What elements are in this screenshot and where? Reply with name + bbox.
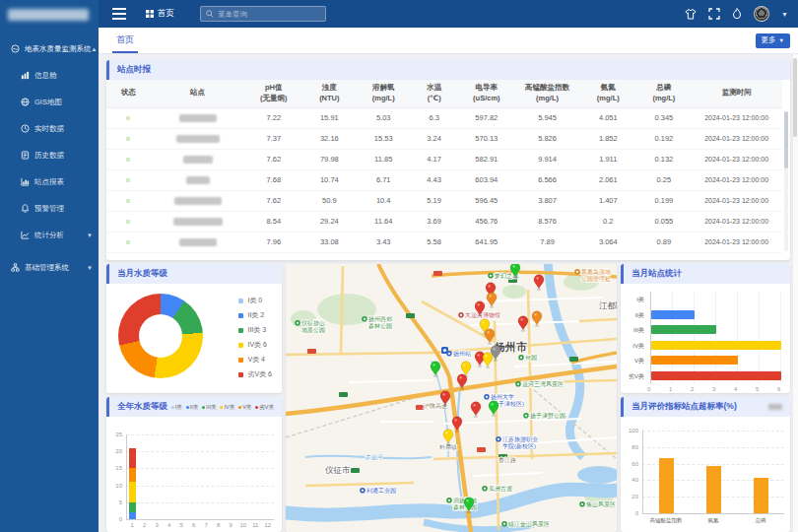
- cell-value: 596.45: [458, 190, 515, 211]
- table-row[interactable]: 7.6250.910.45.19596.453.8071.4070.199202…: [106, 190, 782, 211]
- legend-item[interactable]: II类 2: [238, 310, 272, 320]
- y-tick: 5: [108, 499, 122, 505]
- legend-item[interactable]: V类 4: [238, 355, 272, 365]
- bar[interactable]: [651, 356, 738, 365]
- cell-value: 0.25: [636, 169, 691, 190]
- cell-time: 2024-01-23 12:00:00: [691, 149, 782, 169]
- bar[interactable]: [659, 458, 674, 513]
- legend-item[interactable]: V类: [238, 404, 251, 411]
- panel-yearly-grade: 全年水质等级 I类II类III类IV类V类劣V类 051015202512345…: [106, 397, 282, 532]
- cell-value: 1.407: [579, 190, 636, 211]
- bar[interactable]: [651, 341, 781, 350]
- cell-value: 0.192: [636, 128, 691, 149]
- sidebar-item-history-data[interactable]: 历史数据: [0, 142, 99, 168]
- table-row[interactable]: 8.5429.2411.643.69456.768.5760.20.055202…: [106, 211, 782, 232]
- table-row[interactable]: 7.9633.083.435.58641.957.893.0640.892024…: [106, 232, 782, 252]
- cell-value: 8.54: [245, 211, 302, 232]
- station-table-head: 状态站点pH值(无量纲)浊度(NTU)溶解氧(mg/L)水温(℃)电导率(uS/…: [106, 80, 782, 107]
- x-tick: 0: [647, 386, 650, 392]
- map-label: 利通工业园: [366, 487, 396, 495]
- redacted-link[interactable]: [768, 404, 782, 410]
- legend-item[interactable]: IV类 6: [238, 340, 272, 350]
- cell-time: 2024-01-23 12:00:00: [691, 169, 782, 190]
- city-map[interactable]: 扬州市仪征市江都区梦幻之城凤凰岛湿地公园管理处扬州西郊森林公园仪征捺山地质公园大…: [286, 264, 617, 532]
- y-tick: 100: [623, 428, 638, 433]
- bar[interactable]: [754, 478, 768, 513]
- x-tick: 3: [153, 522, 161, 528]
- map-label: 凤凰岛湿地公园管理处: [581, 268, 612, 283]
- flame-icon[interactable]: [732, 8, 742, 20]
- map-label: 仪征市: [324, 465, 351, 475]
- more-button[interactable]: 更多▼: [756, 33, 790, 48]
- legend-item[interactable]: 劣V类 6: [238, 369, 272, 379]
- x-tick: 4: [734, 386, 737, 392]
- sidebar-group-label: 基础管理系统: [25, 263, 69, 273]
- stacked-bar[interactable]: [129, 448, 136, 519]
- sidebar-group-surface-water-system[interactable]: 地表水质量监测系统 ▲: [0, 35, 99, 62]
- legend-item[interactable]: III类: [202, 404, 216, 411]
- sidebar-item-station-report[interactable]: 站点报表: [0, 168, 99, 195]
- bar[interactable]: [651, 310, 695, 319]
- x-tick: 6: [190, 522, 198, 528]
- column-header: 监测时间: [691, 80, 782, 107]
- theme-shirt-icon[interactable]: [685, 9, 697, 20]
- station-table-body: 7.2215.915.036.3597.825.9454.0510.345202…: [106, 107, 782, 252]
- legend-item[interactable]: III类 3: [238, 325, 272, 335]
- cell-value: 11.64: [357, 211, 411, 232]
- cell-time: 2024-01-23 12:00:00: [691, 232, 782, 252]
- sidebar-item-realtime-data[interactable]: 实时数据: [0, 115, 99, 142]
- chevron-down-icon: ▼: [87, 233, 93, 238]
- hamburger-menu-icon[interactable]: [112, 8, 126, 20]
- legend-item[interactable]: I类: [171, 404, 182, 411]
- panel-title: 当月站点统计: [632, 268, 682, 280]
- legend-item[interactable]: I类 0: [238, 296, 272, 305]
- page-scrollbar[interactable]: [792, 54, 798, 532]
- x-tick: 2: [141, 522, 149, 528]
- cell-value: 4.051: [579, 107, 636, 128]
- cell-value: 0.132: [636, 149, 691, 169]
- panel-header: 当月评价指标站点超标率(%): [621, 397, 790, 417]
- table-row[interactable]: 7.2215.915.036.3597.825.9454.0510.345202…: [106, 107, 782, 128]
- cell-value: 4.43: [411, 169, 458, 190]
- bar[interactable]: [706, 466, 721, 513]
- map-label: 瓜洲古渡: [489, 485, 512, 493]
- table-scrollbar[interactable]: [784, 111, 788, 251]
- bar[interactable]: [651, 371, 781, 380]
- legend-item[interactable]: 劣V类: [255, 404, 274, 411]
- cell-value: 6.71: [357, 169, 411, 190]
- table-row[interactable]: 7.3732.1615.533.24570.135.8261.8520.1922…: [106, 128, 782, 149]
- legend-item[interactable]: IV类: [220, 404, 234, 411]
- sidebar-group-label: 地表水质量监测系统: [25, 44, 92, 54]
- table-row[interactable]: 7.6810.746.714.43603.946.5662.0610.25202…: [106, 169, 782, 190]
- cell-value: 5.03: [357, 107, 411, 128]
- chevron-down-icon[interactable]: ▼: [781, 11, 788, 18]
- sidebar-item-alert-management[interactable]: 预警管理: [0, 195, 99, 222]
- cell-value: 7.96: [245, 232, 302, 252]
- x-tick: 10: [239, 522, 247, 528]
- map-label: 仪征捺山地质公园: [301, 319, 325, 334]
- map-panel[interactable]: 扬州市仪征市江都区梦幻之城凤凰岛湿地公园管理处扬州西郊森林公园仪征捺山地质公园大…: [286, 264, 617, 532]
- sidebar-group-base-management[interactable]: 基础管理系统 ▼: [0, 254, 99, 281]
- panel-exceed-rate: 当月评价指标站点超标率(%) 020406080100高锰酸盐指数氨氮总磷: [621, 397, 790, 532]
- table-row[interactable]: 7.6279.9811.854.17582.919.9141.9110.1322…: [106, 149, 782, 169]
- map-label: 扬州站: [453, 351, 471, 358]
- panel-title: 站点时报: [117, 64, 151, 76]
- menu-search-box[interactable]: [200, 6, 326, 22]
- breadcrumb[interactable]: 首页: [146, 8, 174, 20]
- search-input[interactable]: [218, 10, 316, 19]
- sidebar-item-gis-map[interactable]: GIS地图: [0, 89, 99, 115]
- station-name-redacted: [174, 197, 222, 205]
- map-label: 扬子津野公园: [530, 412, 565, 420]
- user-avatar[interactable]: [754, 6, 769, 22]
- sidebar-item-statistics[interactable]: 统计分析 ▼: [0, 222, 99, 248]
- bar[interactable]: [651, 325, 716, 334]
- x-tick: 3: [712, 386, 715, 392]
- station-name-redacted: [176, 135, 220, 143]
- station-name-redacted: [183, 156, 213, 164]
- sidebar-item-info-cabin[interactable]: 信息舱: [0, 62, 99, 89]
- legend-item[interactable]: II类: [186, 404, 199, 411]
- tab-home[interactable]: 首页: [112, 28, 138, 53]
- fullscreen-icon[interactable]: [708, 8, 720, 20]
- cell-value: 641.95: [458, 232, 515, 252]
- map-label: 古运河: [365, 454, 383, 460]
